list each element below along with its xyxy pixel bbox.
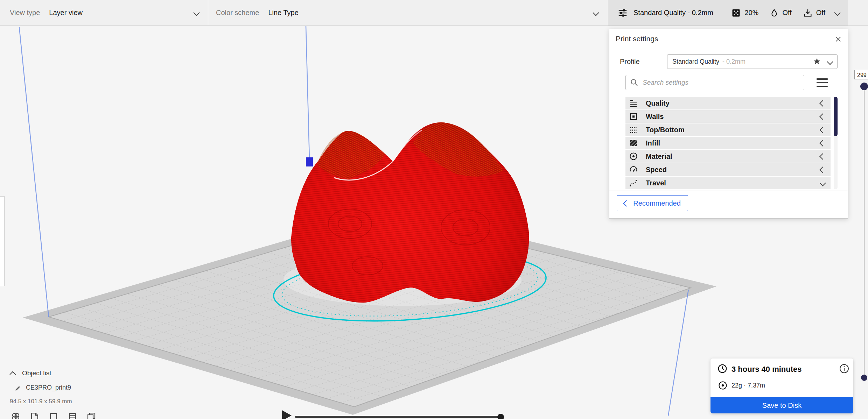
pencil-icon — [15, 384, 22, 391]
profile-label: Profile — [620, 58, 640, 66]
print-settings-icon — [617, 8, 628, 18]
object-tool-icon-4[interactable] — [67, 411, 78, 419]
save-to-disk-button[interactable]: Save to Disk — [710, 397, 853, 413]
chevron-down-icon — [593, 9, 599, 16]
left-toolbar-sliver — [0, 196, 5, 286]
recommended-label: Recommended — [633, 199, 681, 207]
material-spool-icon — [718, 381, 727, 390]
layer-slider-track[interactable] — [864, 87, 865, 378]
object-tool-icon-5[interactable] — [86, 411, 97, 419]
settings-category-list: Quality Walls Top/Bottom Infill — [625, 97, 831, 190]
category-travel[interactable]: Travel — [625, 177, 831, 189]
object-tool-icon-3[interactable] — [48, 411, 59, 419]
layer-slider-value: 299 — [854, 70, 868, 79]
chevron-left-icon — [819, 100, 826, 106]
view-type-dropdown[interactable]: View type Layer view — [10, 0, 204, 26]
chevron-down-icon — [834, 9, 840, 16]
layer-slider-handle-bottom[interactable] — [861, 375, 867, 381]
topbar: View type Layer view Color scheme Line T… — [0, 0, 868, 26]
adhesion-icon — [770, 8, 779, 18]
category-label: Walls — [646, 113, 664, 121]
material-icon — [629, 152, 638, 161]
category-label: Material — [646, 152, 672, 161]
panel-footer: Recommended — [609, 191, 848, 218]
profile-dropdown[interactable]: Standard Quality - 0.2mm — [667, 54, 838, 69]
info-icon[interactable] — [839, 364, 849, 374]
color-scheme-label: Color scheme — [216, 9, 259, 17]
close-icon[interactable] — [833, 34, 844, 44]
object-tool-icon-2[interactable] — [29, 411, 40, 419]
category-walls[interactable]: Walls — [625, 110, 831, 123]
profile-detail: - 0.2mm — [722, 58, 746, 65]
chevron-down-icon — [827, 58, 833, 65]
object-list-title[interactable]: Object list — [22, 369, 51, 377]
panel-title: Print settings — [616, 35, 658, 43]
quality-icon — [629, 99, 638, 108]
category-label: Travel — [646, 179, 666, 187]
material-usage: 22g · 7.37m — [732, 382, 765, 389]
clock-icon — [718, 364, 727, 374]
settings-search[interactable] — [625, 75, 804, 90]
category-label: Top/Bottom — [646, 126, 685, 134]
sliced-model[interactable] — [291, 122, 529, 303]
chevron-down-icon — [819, 180, 826, 186]
star-icon[interactable] — [813, 58, 821, 65]
object-tools — [10, 411, 97, 419]
recommended-button[interactable]: Recommended — [617, 195, 688, 211]
category-label: Speed — [646, 166, 667, 174]
category-speed[interactable]: Speed — [625, 163, 831, 176]
profile-summary-text: Standard Quality - 0.2mm — [634, 9, 713, 17]
view-type-label: View type — [10, 9, 40, 17]
play-icon[interactable] — [282, 410, 292, 419]
chevron-down-icon — [193, 9, 200, 16]
object-list-item[interactable]: CE3PRO_print9 — [15, 384, 71, 391]
color-scheme-dropdown[interactable]: Color scheme Line Type — [216, 0, 604, 26]
support-summary-value: Off — [816, 9, 825, 17]
category-label: Infill — [646, 139, 660, 147]
travel-icon — [629, 178, 638, 187]
job-summary-card: 3 hours 40 minutes 22g · 7.37m Save to D… — [710, 358, 853, 413]
topbar-divider — [208, 0, 208, 25]
category-label: Quality — [646, 99, 670, 107]
print-settings-panel: Print settings Profile Standard Quality … — [609, 29, 848, 219]
profile-value: Standard Quality — [672, 58, 719, 65]
adhesion-summary-value: Off — [782, 9, 791, 17]
search-input[interactable] — [642, 78, 800, 87]
chevron-left-icon — [819, 166, 826, 173]
speed-icon — [629, 165, 638, 174]
category-top-bottom[interactable]: Top/Bottom — [625, 123, 831, 136]
object-name: CE3PRO_print9 — [26, 384, 71, 391]
infill-summary-value: 20% — [744, 9, 758, 17]
category-infill[interactable]: Infill — [625, 137, 831, 149]
infill-icon — [629, 139, 638, 148]
chevron-left-icon — [819, 140, 826, 146]
layer-slider-handle-top[interactable] — [860, 83, 868, 90]
search-icon — [630, 78, 638, 87]
scrubber-handle[interactable] — [497, 414, 504, 419]
nozzle-position-marker — [306, 157, 313, 166]
walls-icon — [629, 112, 638, 121]
chevron-left-icon — [819, 113, 826, 120]
print-settings-summary[interactable]: Standard Quality - 0.2mm 20% Off Off — [608, 0, 848, 26]
print-time: 3 hours 40 minutes — [732, 365, 802, 374]
object-tool-icon-1[interactable] — [10, 411, 21, 419]
scrollbar-thumb[interactable] — [834, 97, 838, 136]
infill-density-icon — [731, 8, 741, 18]
category-material[interactable]: Material — [625, 150, 831, 163]
color-scheme-value: Line Type — [268, 9, 298, 17]
category-quality[interactable]: Quality — [625, 97, 831, 109]
object-dimensions: 94.5 x 101.9 x 59.9 mm — [10, 398, 72, 405]
panel-header: Print settings — [609, 29, 848, 49]
chevron-left-icon — [623, 200, 629, 206]
chevron-left-icon — [819, 153, 826, 159]
support-icon — [803, 8, 813, 18]
top-bottom-icon — [629, 125, 638, 134]
settings-scrollbar[interactable] — [834, 97, 838, 189]
chevron-left-icon — [819, 127, 826, 133]
simulation-scrubber[interactable] — [295, 416, 501, 418]
settings-menu-icon[interactable] — [817, 78, 828, 87]
view-type-value: Layer view — [49, 9, 83, 17]
